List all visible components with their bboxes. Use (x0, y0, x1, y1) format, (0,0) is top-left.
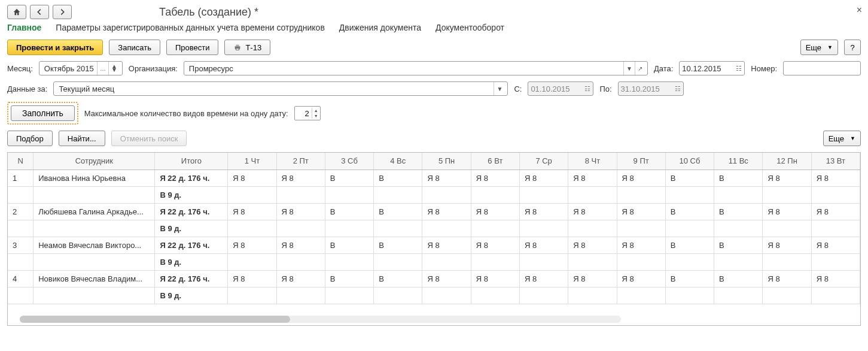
back-button[interactable] (30, 5, 49, 19)
table-row[interactable]: 1Иванова Нина ЮрьевнаЯ 22 д. 176 ч.Я 8Я … (8, 170, 860, 186)
table-row[interactable]: 4Новиков Вячеслав Владим...Я 22 д. 176 ч… (8, 270, 860, 287)
open-external-icon[interactable]: ↗ (635, 62, 645, 75)
cell-day[interactable]: Я 8 (228, 203, 276, 220)
cell-day[interactable]: Я 8 (568, 170, 617, 186)
cell-employee[interactable]: Неамов Вячеслав Викторо... (33, 237, 155, 253)
cell-day[interactable]: Я 8 (422, 203, 471, 220)
tab-movements[interactable]: Движения документа (339, 23, 421, 32)
dropdown-icon[interactable]: ▼ (494, 82, 505, 95)
cell-day[interactable]: Я 8 (763, 170, 811, 186)
cell-day[interactable]: В (714, 237, 763, 253)
cell-day[interactable]: Я 8 (568, 237, 617, 253)
cell-day[interactable]: Я 8 (471, 203, 519, 220)
cell-day[interactable]: Я 8 (763, 203, 811, 220)
fill-button[interactable]: Заполнить (11, 105, 75, 121)
timesheet-grid[interactable]: NСотрудникИтого1 Чт2 Пт3 Сб4 Вс5 Пн6 Вт7… (7, 152, 861, 326)
cell-employee[interactable]: Иванова Нина Юрьевна (33, 170, 155, 186)
cell-day[interactable]: В (374, 203, 422, 220)
cell-day[interactable]: Я 8 (228, 237, 276, 253)
org-combo[interactable]: Промресурс ▼ ↗ (184, 61, 648, 75)
step-down-icon[interactable]: ▼ (312, 113, 320, 119)
t13-print-button[interactable]: Т-13 (224, 40, 270, 55)
cell-day[interactable]: В (325, 203, 373, 220)
find-button[interactable]: Найти... (59, 131, 105, 146)
cell-day[interactable]: Я 8 (471, 270, 519, 287)
cell-day[interactable]: В (665, 170, 714, 186)
table-row-sub[interactable]: ..В 9 д. (8, 253, 860, 270)
cell-day[interactable]: Я 8 (617, 203, 665, 220)
cell-day[interactable]: В (665, 237, 714, 253)
col-header-day-10[interactable]: 10 Сб (665, 153, 714, 170)
cell-day[interactable]: В (665, 270, 714, 287)
col-header-day-13[interactable]: 13 Вт (811, 153, 860, 170)
cell-day[interactable]: Я 8 (617, 237, 665, 253)
write-button[interactable]: Записать (109, 40, 160, 55)
cell-day[interactable]: Я 8 (568, 270, 617, 287)
table-more-button[interactable]: Еще ▼ (823, 131, 861, 146)
cell-day[interactable]: В (714, 170, 763, 186)
cell-day[interactable]: Я 8 (519, 203, 568, 220)
cell-day[interactable]: Я 8 (811, 170, 860, 186)
col-header-day-8[interactable]: 8 Чт (568, 153, 617, 170)
post-and-close-button[interactable]: Провести и закрыть (7, 40, 103, 55)
tab-main[interactable]: Главное (7, 23, 41, 32)
col-header-day-2[interactable]: 2 Пт (276, 153, 325, 170)
col-header-day-3[interactable]: 3 Сб (325, 153, 373, 170)
scrollbar-thumb[interactable] (20, 316, 290, 323)
cell-day[interactable]: Я 8 (519, 237, 568, 253)
table-row-sub[interactable]: ..В 9 д. (8, 220, 860, 237)
cell-employee[interactable]: Новиков Вячеслав Владим... (33, 270, 155, 287)
cell-day[interactable]: Я 8 (763, 237, 811, 253)
col-header-day-1[interactable]: 1 Чт (228, 153, 276, 170)
calendar-icon[interactable]: ☷ (736, 65, 742, 72)
maxkinds-stepper[interactable]: ▲▼ (294, 106, 321, 120)
month-stepper[interactable]: ▲▼ (108, 62, 120, 75)
horizontal-scrollbar[interactable] (20, 316, 621, 323)
cell-day[interactable]: Я 8 (811, 270, 860, 287)
cell-day[interactable]: В (325, 170, 373, 186)
pick-button[interactable]: Подбор (7, 131, 53, 146)
cell-day[interactable]: В (665, 203, 714, 220)
tab-params[interactable]: Параметры зарегистрированных данных учет… (56, 23, 325, 32)
col-header-day-9[interactable]: 9 Пт (617, 153, 665, 170)
cell-day[interactable]: В (714, 270, 763, 287)
col-header-day-11[interactable]: 11 Вс (714, 153, 763, 170)
cell-day[interactable]: Я 8 (276, 203, 325, 220)
table-row-sub[interactable]: ..В 9 д. (8, 186, 860, 203)
col-header-day-4[interactable]: 4 Вс (374, 153, 422, 170)
cell-day[interactable]: Я 8 (422, 237, 471, 253)
cell-day[interactable]: Я 8 (617, 270, 665, 287)
month-combo[interactable]: Октябрь 2015 … ▲▼ (39, 61, 123, 75)
cell-day[interactable]: Я 8 (617, 170, 665, 186)
cell-day[interactable]: Я 8 (519, 270, 568, 287)
cell-day[interactable]: Я 8 (811, 237, 860, 253)
col-header-day-5[interactable]: 5 Пн (422, 153, 471, 170)
cell-day[interactable]: Я 8 (276, 170, 325, 186)
cell-day[interactable]: Я 8 (276, 237, 325, 253)
table-row[interactable]: 2Любяшева Галина Аркадье...Я 22 д. 176 ч… (8, 203, 860, 220)
cell-day[interactable]: Я 8 (276, 270, 325, 287)
table-row[interactable]: 3Неамов Вячеслав Викторо...Я 22 д. 176 ч… (8, 237, 860, 253)
cell-day[interactable]: Я 8 (422, 270, 471, 287)
cell-day[interactable]: В (374, 270, 422, 287)
date-input[interactable]: 10.12.2015 ☷ (679, 61, 745, 75)
number-input[interactable] (783, 61, 861, 75)
post-button[interactable]: Провести (166, 40, 219, 55)
step-up-icon[interactable]: ▲ (312, 108, 320, 113)
cell-day[interactable]: В (325, 270, 373, 287)
col-header-total[interactable]: Итого (155, 153, 228, 170)
table-row-sub[interactable]: ..В 9 д. (8, 287, 860, 304)
col-header-day-12[interactable]: 12 Пн (763, 153, 811, 170)
cell-day[interactable]: В (374, 170, 422, 186)
col-header-n[interactable]: N (8, 153, 33, 170)
cell-employee[interactable]: Любяшева Галина Аркадье... (33, 203, 155, 220)
dropdown-icon[interactable]: ▼ (623, 62, 635, 75)
cell-day[interactable]: Я 8 (228, 270, 276, 287)
home-button[interactable] (7, 5, 26, 19)
more-actions-button[interactable]: Еще ▼ (800, 40, 838, 55)
cell-day[interactable]: Я 8 (763, 270, 811, 287)
cell-day[interactable]: Я 8 (422, 170, 471, 186)
col-header-day-7[interactable]: 7 Ср (519, 153, 568, 170)
col-header-employee[interactable]: Сотрудник (33, 153, 155, 170)
cell-day[interactable]: В (714, 203, 763, 220)
